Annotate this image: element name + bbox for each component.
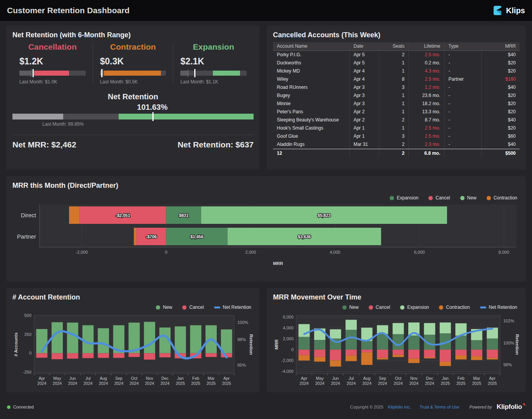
chart-legend: ExpansionCancelNewContraction	[12, 195, 517, 201]
connected-status-icon	[7, 405, 10, 409]
app-footer: Connected Copyright © 2025 Klipfolio Inc…	[0, 398, 532, 416]
metric-title: Cancellation	[19, 42, 86, 52]
legend-swatch-icon	[182, 305, 187, 310]
copyright-text: Copyright © 2025	[350, 405, 383, 409]
cell-mrr: $20	[481, 92, 520, 100]
legend-label: Net Retention	[489, 305, 517, 310]
category-month-label: Aug	[100, 376, 107, 381]
bar-segment-new	[82, 325, 93, 353]
legend-item-new: New	[342, 305, 359, 310]
category-year-label: 2024	[53, 381, 62, 386]
category-month-label: Nov	[146, 376, 153, 381]
total-cell: 2	[379, 149, 408, 158]
bullet-range	[180, 71, 188, 76]
chart-legend: NewCancelExpansionContractionNet Retenti…	[273, 305, 517, 310]
cell-lifetime: 13.3 mo.	[409, 108, 444, 116]
cell-type: -	[444, 124, 481, 132]
net-retention-panel: Net Retention (with 6-Month Range) Cance…	[6, 26, 260, 170]
gauge-title: Net Retention	[12, 92, 254, 101]
cell-account-name: Duckworths	[273, 59, 349, 67]
bar-segment-cancel	[424, 350, 435, 357]
cell-type: -	[444, 51, 481, 59]
y-tick-label: 6,000	[283, 315, 294, 319]
x-tick-label: 2,000	[245, 250, 256, 255]
total-cell: 12	[273, 149, 349, 158]
total-cell: $500	[481, 149, 520, 158]
x-tick-label: 0	[165, 250, 167, 255]
legend-item-new: New	[156, 305, 172, 310]
legend-swatch-icon	[439, 305, 443, 310]
y-tick-label: -250	[23, 370, 31, 374]
bar-segment-contraction	[471, 356, 482, 360]
mrr-movement-panel: MRR Movement Over Time NewCancelExpansio…	[267, 288, 526, 392]
cell-mrr: $40	[481, 51, 520, 59]
bar-segment-contraction	[69, 206, 79, 224]
bar-segment-contraction	[299, 355, 310, 360]
terms-link[interactable]: Trust & Terms of Use	[420, 405, 459, 409]
legend-label: Contraction	[494, 195, 517, 201]
column-header-seats: Seats	[379, 42, 408, 51]
cell-account-name: Porky P.I.G.	[273, 51, 349, 59]
category-month-label: Jul	[85, 376, 90, 381]
x-tick-label: 8,000	[499, 250, 510, 255]
cell-mrr: $20	[481, 108, 520, 116]
bar-segment-cancel	[377, 350, 388, 358]
mrr-month-panel: MRR this Month (Direct/Partner) Expansio…	[6, 176, 526, 282]
category-month-label: May	[54, 376, 62, 381]
category-month-label: May	[316, 376, 324, 381]
legend-label: Cancel	[435, 195, 450, 201]
category-year-label: 2025	[222, 381, 231, 386]
table-row: WileyApr 482.5 mo.Partner$160	[273, 75, 520, 83]
panel-title: MRR this Month (Direct/Partner)	[12, 182, 520, 190]
bar-segment-contraction	[345, 356, 357, 361]
legend-swatch-icon	[460, 196, 465, 200]
category-month-label: Jan	[442, 376, 449, 381]
cell-date: Apr 3	[349, 92, 379, 100]
cell-date: Apr 1	[349, 132, 379, 140]
gauge-marker	[152, 112, 154, 121]
cell-seats: 8	[379, 75, 408, 83]
category-year-label: 2024	[114, 381, 124, 386]
table-totals: 1226.8 mo.$500	[273, 149, 520, 158]
bullet-chart	[180, 71, 247, 76]
bar-segment-cancel	[487, 350, 498, 358]
right-axis-title: Retention	[515, 334, 520, 355]
panel-title: Net Retention (with 6-Month Range)	[12, 31, 254, 39]
table-row: Sleeping Beauty's WarehouseApr 228.7 mo.…	[273, 116, 520, 124]
category-month-label: Apr	[301, 376, 307, 381]
bar-segment-new	[471, 340, 482, 350]
cell-mrr: $40	[481, 116, 520, 124]
category-year-label: 2024	[145, 381, 154, 386]
cell-mrr: $20	[481, 124, 520, 132]
cell-type: -	[444, 116, 481, 124]
table-row: BugeyApr 3123.6 mo.-$20	[273, 92, 520, 100]
metric-expansion: Expansion $2.1K Last Month: $1.1K	[173, 42, 254, 85]
metric-value: $1.2K	[19, 56, 86, 67]
cell-date: Apr 2	[349, 108, 379, 116]
legend-swatch-icon	[156, 305, 160, 310]
bar-segment-cancel	[440, 350, 451, 362]
cancelled-accounts-panel: Cancelled Accounts (This Week) Account N…	[267, 26, 526, 170]
legend-label: New	[163, 305, 172, 310]
cell-lifetime: 1.2 mo.	[409, 83, 444, 92]
legend-item-expansion: Expansion	[390, 195, 418, 201]
bar-segment-cancel	[393, 350, 404, 355]
legend-swatch-icon	[400, 305, 404, 310]
cell-seats: 2	[379, 116, 408, 124]
bullet-target-marker	[33, 69, 34, 77]
bar-segment-cancel	[144, 353, 155, 360]
category-month-label: Mar	[207, 376, 215, 381]
right-axis-title: Retention	[249, 334, 254, 355]
copyright-link[interactable]: Klipfolio Inc.	[388, 405, 411, 409]
category-label: Partner	[17, 233, 36, 240]
cell-date: Mar 31	[349, 140, 379, 149]
table-row: Mickey MDApr 414.3 mo.-$20	[273, 67, 520, 75]
cell-lifetime: 8.7 mo.	[409, 116, 444, 124]
cell-lifetime: 23.6 mo.	[409, 92, 444, 100]
bar-segment-contraction	[408, 358, 420, 363]
bar-segment-new	[67, 323, 78, 353]
gauge-caption: Last Month: 99.85%	[12, 121, 254, 128]
category-month-label: Sep	[115, 376, 123, 381]
category-month-label: Jul	[349, 376, 354, 381]
legend-swatch-icon	[428, 196, 433, 200]
